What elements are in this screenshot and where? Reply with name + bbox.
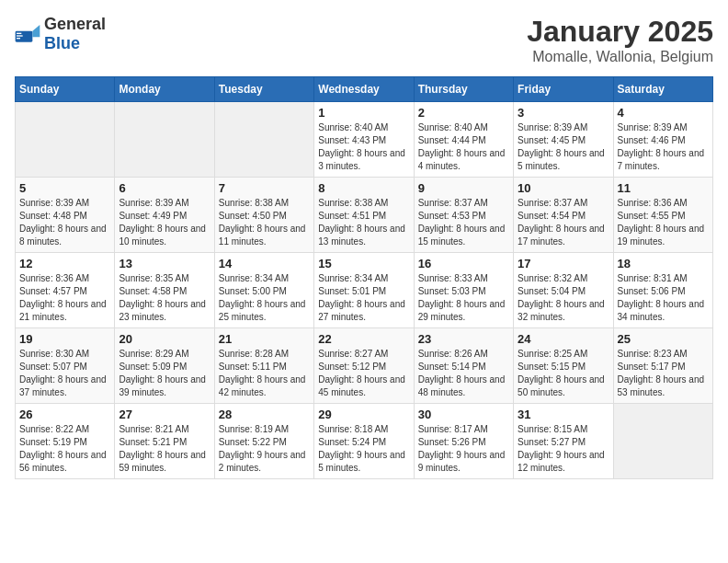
day-number: 28 bbox=[219, 408, 310, 421]
day-info: Sunrise: 8:32 AMSunset: 5:04 PMDaylight:… bbox=[518, 272, 609, 324]
calendar-day-cell bbox=[214, 102, 313, 178]
day-number: 14 bbox=[219, 257, 310, 270]
day-number: 22 bbox=[318, 332, 409, 346]
calendar-day-cell: 15Sunrise: 8:34 AMSunset: 5:01 PMDayligh… bbox=[314, 253, 414, 328]
calendar-day-cell: 21Sunrise: 8:28 AMSunset: 5:11 PMDayligh… bbox=[214, 328, 313, 404]
day-info: Sunrise: 8:22 AMSunset: 5:19 PMDaylight:… bbox=[19, 423, 110, 475]
logo-blue: Blue bbox=[44, 34, 80, 52]
calendar-day-cell: 3Sunrise: 8:39 AMSunset: 4:45 PMDaylight… bbox=[514, 102, 613, 178]
day-number: 10 bbox=[518, 181, 609, 195]
day-info: Sunrise: 8:25 AMSunset: 5:15 PMDaylight:… bbox=[518, 348, 609, 399]
calendar-week-row: 1Sunrise: 8:40 AMSunset: 4:43 PMDaylight… bbox=[16, 102, 713, 178]
calendar-week-row: 5Sunrise: 8:39 AMSunset: 4:48 PMDaylight… bbox=[16, 178, 713, 253]
day-info: Sunrise: 8:39 AMSunset: 4:46 PMDaylight:… bbox=[618, 121, 709, 173]
calendar-day-cell: 2Sunrise: 8:40 AMSunset: 4:44 PMDaylight… bbox=[414, 102, 513, 178]
day-info: Sunrise: 8:37 AMSunset: 4:54 PMDaylight:… bbox=[518, 197, 609, 248]
weekday-header: Wednesday bbox=[314, 77, 414, 102]
day-info: Sunrise: 8:18 AMSunset: 5:24 PMDaylight:… bbox=[318, 423, 409, 475]
day-info: Sunrise: 8:26 AMSunset: 5:14 PMDaylight:… bbox=[418, 348, 509, 399]
day-info: Sunrise: 8:39 AMSunset: 4:49 PMDaylight:… bbox=[119, 197, 210, 248]
day-info: Sunrise: 8:28 AMSunset: 5:11 PMDaylight:… bbox=[219, 348, 310, 399]
title-section: January 2025 Momalle, Wallonia, Belgium bbox=[527, 15, 713, 65]
svg-marker-1 bbox=[32, 25, 40, 37]
day-number: 30 bbox=[418, 408, 509, 421]
calendar-day-cell: 18Sunrise: 8:31 AMSunset: 5:06 PMDayligh… bbox=[613, 253, 712, 328]
day-info: Sunrise: 8:19 AMSunset: 5:22 PMDaylight:… bbox=[219, 423, 310, 475]
svg-rect-4 bbox=[17, 38, 20, 39]
calendar-day-cell: 26Sunrise: 8:22 AMSunset: 5:19 PMDayligh… bbox=[16, 404, 115, 479]
day-number: 24 bbox=[518, 332, 609, 346]
day-info: Sunrise: 8:30 AMSunset: 5:07 PMDaylight:… bbox=[19, 348, 110, 399]
calendar-day-cell: 29Sunrise: 8:18 AMSunset: 5:24 PMDayligh… bbox=[314, 404, 414, 479]
weekday-header: Monday bbox=[115, 77, 214, 102]
day-number: 17 bbox=[518, 257, 609, 270]
day-number: 15 bbox=[318, 257, 409, 270]
day-number: 23 bbox=[418, 332, 509, 346]
day-number: 27 bbox=[119, 408, 210, 421]
day-number: 13 bbox=[119, 257, 210, 270]
calendar-day-cell: 13Sunrise: 8:35 AMSunset: 4:58 PMDayligh… bbox=[115, 253, 214, 328]
calendar-day-cell: 24Sunrise: 8:25 AMSunset: 5:15 PMDayligh… bbox=[514, 328, 613, 404]
calendar-day-cell: 14Sunrise: 8:34 AMSunset: 5:00 PMDayligh… bbox=[214, 253, 313, 328]
day-info: Sunrise: 8:39 AMSunset: 4:45 PMDaylight:… bbox=[518, 121, 609, 173]
weekday-header: Sunday bbox=[16, 77, 115, 102]
page-title: January 2025 bbox=[527, 15, 713, 49]
day-number: 25 bbox=[618, 332, 709, 346]
day-info: Sunrise: 8:35 AMSunset: 4:58 PMDaylight:… bbox=[119, 272, 210, 324]
day-number: 3 bbox=[518, 106, 609, 120]
calendar-day-cell: 20Sunrise: 8:29 AMSunset: 5:09 PMDayligh… bbox=[115, 328, 214, 404]
calendar-day-cell: 22Sunrise: 8:27 AMSunset: 5:12 PMDayligh… bbox=[314, 328, 414, 404]
day-info: Sunrise: 8:36 AMSunset: 4:55 PMDaylight:… bbox=[618, 197, 709, 248]
day-number: 19 bbox=[19, 332, 110, 346]
weekday-header: Saturday bbox=[613, 77, 712, 102]
day-info: Sunrise: 8:40 AMSunset: 4:43 PMDaylight:… bbox=[318, 121, 409, 173]
day-info: Sunrise: 8:31 AMSunset: 5:06 PMDaylight:… bbox=[618, 272, 709, 324]
day-info: Sunrise: 8:33 AMSunset: 5:03 PMDaylight:… bbox=[418, 272, 509, 324]
page-subtitle: Momalle, Wallonia, Belgium bbox=[527, 49, 713, 65]
day-number: 29 bbox=[318, 408, 409, 421]
day-info: Sunrise: 8:36 AMSunset: 4:57 PMDaylight:… bbox=[19, 272, 110, 324]
calendar-day-cell bbox=[115, 102, 214, 178]
day-number: 12 bbox=[19, 257, 110, 270]
calendar-day-cell: 31Sunrise: 8:15 AMSunset: 5:27 PMDayligh… bbox=[514, 404, 613, 479]
calendar-day-cell: 9Sunrise: 8:37 AMSunset: 4:53 PMDaylight… bbox=[414, 178, 513, 253]
logo: General Blue bbox=[15, 15, 106, 53]
day-number: 2 bbox=[418, 106, 509, 120]
day-info: Sunrise: 8:40 AMSunset: 4:44 PMDaylight:… bbox=[418, 121, 509, 173]
calendar-day-cell: 12Sunrise: 8:36 AMSunset: 4:57 PMDayligh… bbox=[16, 253, 115, 328]
calendar-day-cell: 1Sunrise: 8:40 AMSunset: 4:43 PMDaylight… bbox=[314, 102, 414, 178]
day-number: 21 bbox=[219, 332, 310, 346]
day-number: 1 bbox=[318, 106, 409, 120]
logo-general: General bbox=[44, 15, 106, 33]
weekday-header: Friday bbox=[514, 77, 613, 102]
calendar-day-cell: 6Sunrise: 8:39 AMSunset: 4:49 PMDaylight… bbox=[115, 178, 214, 253]
day-number: 9 bbox=[418, 181, 509, 195]
day-info: Sunrise: 8:34 AMSunset: 5:00 PMDaylight:… bbox=[219, 272, 310, 324]
calendar-week-row: 12Sunrise: 8:36 AMSunset: 4:57 PMDayligh… bbox=[16, 253, 713, 328]
calendar-day-cell: 16Sunrise: 8:33 AMSunset: 5:03 PMDayligh… bbox=[414, 253, 513, 328]
day-number: 5 bbox=[19, 181, 110, 195]
day-info: Sunrise: 8:37 AMSunset: 4:53 PMDaylight:… bbox=[418, 197, 509, 248]
day-number: 8 bbox=[318, 181, 409, 195]
day-info: Sunrise: 8:34 AMSunset: 5:01 PMDaylight:… bbox=[318, 272, 409, 324]
day-info: Sunrise: 8:23 AMSunset: 5:17 PMDaylight:… bbox=[618, 348, 709, 399]
day-info: Sunrise: 8:39 AMSunset: 4:48 PMDaylight:… bbox=[19, 197, 110, 248]
day-info: Sunrise: 8:21 AMSunset: 5:21 PMDaylight:… bbox=[119, 423, 210, 475]
calendar-day-cell bbox=[16, 102, 115, 178]
page-header: General Blue January 2025 Momalle, Wallo… bbox=[15, 15, 713, 65]
calendar-day-cell: 8Sunrise: 8:38 AMSunset: 4:51 PMDaylight… bbox=[314, 178, 414, 253]
calendar-day-cell: 23Sunrise: 8:26 AMSunset: 5:14 PMDayligh… bbox=[414, 328, 513, 404]
day-number: 26 bbox=[19, 408, 110, 421]
day-number: 20 bbox=[119, 332, 210, 346]
svg-rect-3 bbox=[17, 35, 23, 36]
day-info: Sunrise: 8:17 AMSunset: 5:26 PMDaylight:… bbox=[418, 423, 509, 475]
calendar-day-cell: 5Sunrise: 8:39 AMSunset: 4:48 PMDaylight… bbox=[16, 178, 115, 253]
calendar-day-cell: 27Sunrise: 8:21 AMSunset: 5:21 PMDayligh… bbox=[115, 404, 214, 479]
weekday-header: Tuesday bbox=[214, 77, 313, 102]
calendar-header-row: SundayMondayTuesdayWednesdayThursdayFrid… bbox=[16, 77, 713, 102]
calendar-day-cell: 4Sunrise: 8:39 AMSunset: 4:46 PMDaylight… bbox=[613, 102, 712, 178]
svg-rect-2 bbox=[17, 33, 21, 34]
calendar-day-cell: 10Sunrise: 8:37 AMSunset: 4:54 PMDayligh… bbox=[514, 178, 613, 253]
day-info: Sunrise: 8:38 AMSunset: 4:51 PMDaylight:… bbox=[318, 197, 409, 248]
calendar-day-cell: 19Sunrise: 8:30 AMSunset: 5:07 PMDayligh… bbox=[16, 328, 115, 404]
